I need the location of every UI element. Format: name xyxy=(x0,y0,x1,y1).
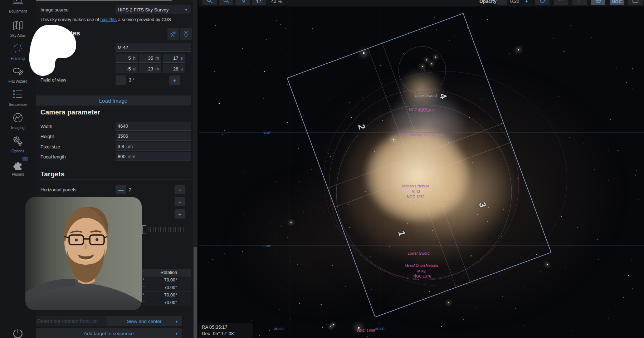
cursor-coordinates-readout: RA 05:35:17 Dec -05° 17' 08" xyxy=(199,323,253,338)
m42-core xyxy=(366,129,469,222)
fov-value: 3 ° xyxy=(129,77,135,83)
measure-button[interactable] xyxy=(554,0,568,5)
targets-section-rule xyxy=(40,180,191,180)
sidebar-item-equipment[interactable]: Equipment xyxy=(0,0,36,13)
slider-thumb[interactable] xyxy=(142,225,146,234)
dec-minutes-input[interactable]: 23m xyxy=(139,64,161,73)
ra-seconds-input[interactable]: 17s xyxy=(163,54,185,63)
camera-width-input[interactable]: 4640 xyxy=(116,122,191,131)
panel-scrollbar-thumb[interactable] xyxy=(194,247,197,338)
horizontal-panels-plus-button[interactable]: + xyxy=(175,185,185,194)
sidebar-item-plugins[interactable]: Plugins1 xyxy=(0,159,36,176)
chevron-down-icon[interactable]: ▼ xyxy=(175,320,178,323)
sky-annotation: Lower Sword xyxy=(408,251,429,255)
fov-plus-button[interactable]: + xyxy=(169,75,180,85)
dashed-path-icon xyxy=(557,0,565,4)
slider-ticks xyxy=(148,227,184,232)
sidebar-item-label: Sequencer xyxy=(0,102,36,107)
vertical-panels-plus-button[interactable]: + xyxy=(175,197,185,206)
fov-minus-button[interactable]: — xyxy=(116,75,126,85)
sidebar-item-label: Flat Wizard xyxy=(0,79,36,83)
plugins-icon xyxy=(0,159,36,172)
sky-background-toggle-button[interactable] xyxy=(591,0,605,5)
zoom-fit-button[interactable] xyxy=(235,0,250,5)
opacity-minus-button[interactable] xyxy=(497,0,507,5)
rotation-value: 70.00° xyxy=(164,278,177,283)
power-icon xyxy=(12,328,24,338)
overlap-slider[interactable] xyxy=(142,225,185,234)
sidebar-item-label: Imaging xyxy=(0,126,36,130)
sidebar-item-imaging[interactable]: Imaging xyxy=(0,112,36,130)
mosaic-panels-table: Rotation °70.00°°70.00°°70.00°°70.00° xyxy=(142,269,191,306)
slew-to-coordinates-button[interactable] xyxy=(167,28,179,40)
plugins-count-badge: 1 xyxy=(22,157,28,161)
camera-row-label: Width xyxy=(40,124,52,129)
image-source-dropdown[interactable]: HIPS 2 FITS Sky Survey ▼ xyxy=(116,5,191,14)
panel-top-divider xyxy=(36,0,172,1)
hips2fits-link[interactable]: hips2fits xyxy=(100,17,117,22)
grid-coordinate-label: -5.00° xyxy=(262,131,271,134)
camera-pixel-size-input[interactable]: 3.8µm xyxy=(116,142,191,151)
camera-focal-length-input[interactable]: 800mm xyxy=(116,152,191,161)
mosaic-panel-row[interactable]: °70.00° xyxy=(142,291,191,299)
options-icon xyxy=(0,136,36,148)
opacity-plus-button[interactable]: + xyxy=(525,0,528,4)
load-image-button[interactable]: Load Image xyxy=(36,95,191,106)
sky-annotation: NGC 1999 xyxy=(357,328,375,333)
sky-annotation: The Running Man Nebula xyxy=(401,133,444,137)
horizontal-panels-minus-button[interactable]: — xyxy=(116,185,126,194)
zoom-in-button[interactable] xyxy=(203,0,217,5)
ra-minutes-input[interactable]: 35m xyxy=(139,54,161,63)
hidden-column-fragment: ° xyxy=(143,284,145,291)
sky-survey-viewport[interactable] xyxy=(197,0,644,338)
overlap-plus-button[interactable]: + xyxy=(175,209,185,219)
sky-annotation: M 42 xyxy=(417,269,425,273)
mosaic-panel-row[interactable]: °70.00° xyxy=(142,284,191,291)
webcam-person-image xyxy=(25,197,142,310)
zoom-out-button[interactable] xyxy=(219,0,233,5)
zoom-percent: 42 % xyxy=(271,0,282,4)
power-button[interactable] xyxy=(12,328,24,338)
sidebar-item-options[interactable]: Options xyxy=(0,136,36,153)
slew-and-center-button[interactable]: Slew and center ▼ xyxy=(107,316,182,326)
white-blob-overlay xyxy=(27,24,77,79)
globe-icon xyxy=(595,0,602,4)
dec-seconds-input[interactable]: 28s xyxy=(163,64,185,73)
target-name-input[interactable]: M 42 xyxy=(116,43,191,52)
chevron-down-icon[interactable]: ▼ xyxy=(175,332,178,335)
panel-toggle-button[interactable] xyxy=(628,0,643,5)
hidden-column-fragment: ° xyxy=(143,292,145,299)
rotate-button[interactable] xyxy=(535,0,550,5)
sky-toolbar: 1:1 42 % Opacity 0.20 + NGC xyxy=(199,0,644,6)
ngc-annotations-toggle-button[interactable]: NGC xyxy=(610,0,624,5)
equipment-icon xyxy=(0,0,36,9)
stars-toggle-button[interactable] xyxy=(572,0,587,5)
status-dec: Dec -05° 17' 08" xyxy=(202,330,250,337)
one-to-one-button[interactable]: 1:1 xyxy=(252,0,266,5)
sky-annotation: NGC 1976 xyxy=(413,274,431,278)
add-target-to-sequence-button[interactable]: Add target to sequence ▼ xyxy=(36,328,182,338)
camera-row-label: Focal length xyxy=(40,154,66,160)
get-location-button[interactable] xyxy=(180,28,192,40)
sky-annotation: M 43 xyxy=(411,189,420,194)
sequencer-icon xyxy=(0,89,36,102)
horizontal-panels-value: 2 xyxy=(129,187,131,192)
mosaic-panel-row[interactable]: °70.00° xyxy=(142,276,191,284)
hidden-column-fragment: ° xyxy=(143,276,145,284)
grid-coordinate-label: 05:40h xyxy=(274,327,284,330)
camera-height-input[interactable]: 3506 xyxy=(116,132,191,141)
sky-annotation: NGC 1977 xyxy=(418,108,435,112)
zoom-out-icon xyxy=(223,0,230,4)
sidebar-item-label: Options xyxy=(0,149,36,153)
ra-hours-input[interactable]: 5h xyxy=(116,54,138,63)
panel-rect-icon xyxy=(632,0,639,4)
dec-degrees-input[interactable]: -5d xyxy=(116,64,138,73)
running-man-nebula-glow xyxy=(387,89,466,165)
sidebar-item-sequencer[interactable]: Sequencer xyxy=(0,89,36,107)
mosaic-panel-row[interactable]: °70.00° xyxy=(142,299,191,306)
upper-sword-glow xyxy=(398,68,444,111)
sky-annotation: NGC 1982 xyxy=(407,195,425,199)
rotation-value: 70.00° xyxy=(164,285,177,290)
determine-rotation-button[interactable]: Determine rotation from car xyxy=(36,316,107,326)
imaging-icon xyxy=(0,112,36,125)
